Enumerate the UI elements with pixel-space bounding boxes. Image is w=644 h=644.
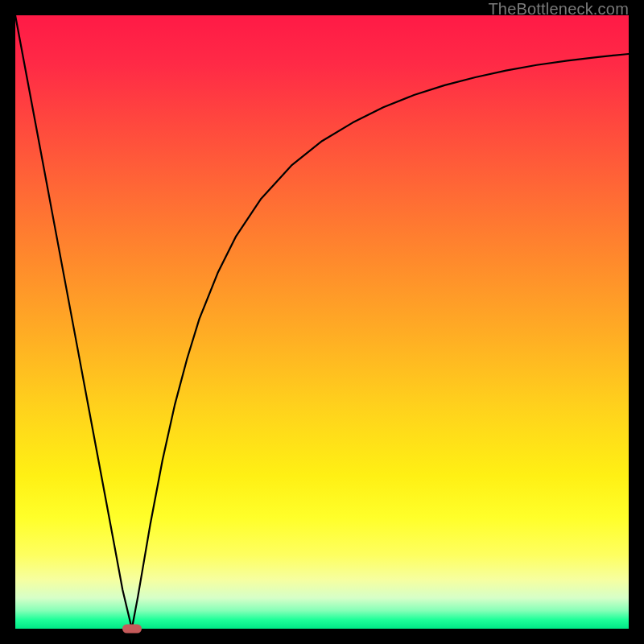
attribution-label: TheBottleneck.com (488, 0, 629, 19)
plot-area (15, 15, 629, 629)
bottleneck-curve (15, 15, 629, 629)
optimum-marker (122, 625, 142, 634)
bottleneck-curve-svg (15, 15, 629, 629)
chart-frame: TheBottleneck.com (0, 0, 644, 644)
